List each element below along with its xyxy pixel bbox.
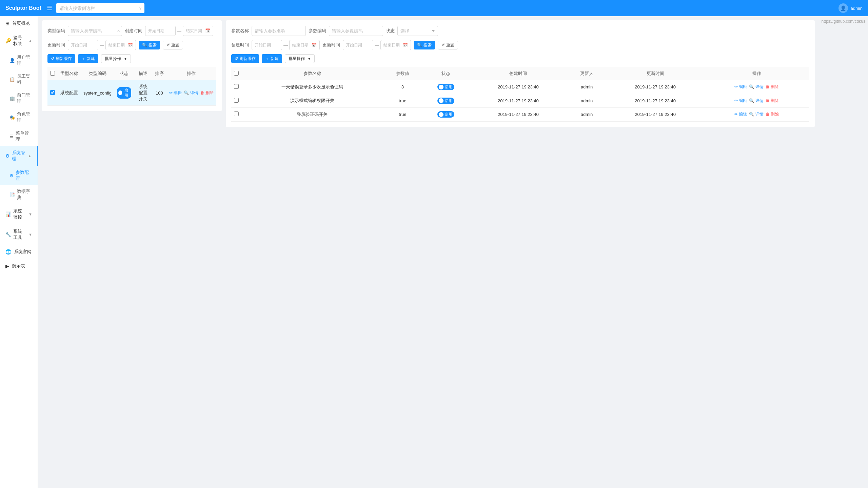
sidebar-item-label: 员工资料 xyxy=(17,73,32,85)
status-toggle-1[interactable]: 启用 xyxy=(437,98,454,104)
sidebar-item-data-dict[interactable]: 📑 数据字典 xyxy=(0,185,38,204)
create-start-placeholder: 开始日期 xyxy=(148,28,164,34)
right-row-update-time-0: 2019-11-27 19:23:40 xyxy=(606,80,704,94)
left-batch-button[interactable]: 批量操作 ▼ xyxy=(101,54,131,63)
sidebar-item-sys-mgmt[interactable]: ⚙ 系统管理 ▲ xyxy=(0,146,38,166)
right-search-button[interactable]: 🔍 搜索 xyxy=(414,41,435,49)
type-code-input[interactable] xyxy=(68,26,122,36)
update-end-date[interactable]: 结束日期 📅 xyxy=(105,40,136,50)
left-search-button[interactable]: 🔍 搜索 xyxy=(139,41,160,49)
sidebar-item-sys-monitor[interactable]: 📊 系统监控 ▼ xyxy=(0,204,38,224)
right-refresh-button[interactable]: ↺ 刷新缓存 xyxy=(231,54,259,63)
right-edit-link-1[interactable]: ✏ 编辑 xyxy=(734,98,747,104)
left-reset-button[interactable]: ↺ 重置 xyxy=(163,41,183,49)
right-update-time-range: 开始日期 — 结束日期 📅 xyxy=(343,40,411,50)
right-edit-link-2[interactable]: ✏ 编辑 xyxy=(734,111,747,117)
left-new-button[interactable]: ＋ 新建 xyxy=(78,54,98,63)
right-create-end-date[interactable]: 结束日期 📅 xyxy=(289,40,320,50)
param-name-input[interactable] xyxy=(252,26,306,36)
right-row-param-value-0: 3 xyxy=(383,80,422,94)
header: Sculptor Boot ☰ 👤 admin xyxy=(0,0,868,16)
right-row-updater-2: admin xyxy=(567,108,607,122)
right-row-checkbox-1[interactable] xyxy=(234,98,239,103)
right-delete-link-1[interactable]: 🗑 删除 xyxy=(766,98,779,104)
update-end-placeholder: 结束日期 xyxy=(108,42,125,48)
right-reset-button[interactable]: ↺ 重置 xyxy=(438,41,458,49)
sidebar-item-label: 前门管理 xyxy=(17,92,32,104)
col-param-status: 状态 xyxy=(422,67,469,80)
sidebar: ⊞ 首页概览 🔑 鉴号权限 ▲ 👤 用户管理 📋 员工资料 🏢 前门管理 🎭 角… xyxy=(0,16,38,488)
col-sort: 排序 xyxy=(152,67,166,80)
right-panel: 参数名称 参数编码 状态 选择 启用 禁用 创建时间 开始日期 — xyxy=(226,20,815,127)
right-row-actions-2: ✏ 编辑 🔍 详情 🗑 删除 xyxy=(704,108,809,122)
right-delete-link-2[interactable]: 🗑 删除 xyxy=(766,111,779,117)
right-detail-link-2[interactable]: 🔍 详情 xyxy=(749,111,763,117)
right-row-checkbox-2[interactable] xyxy=(234,111,239,116)
sidebar-item-role[interactable]: 🎭 角色管理 xyxy=(0,108,38,127)
left-row-type-name: 系统配置 xyxy=(58,80,81,106)
sidebar-item-user-mgmt[interactable]: 👤 用户管理 xyxy=(0,51,38,70)
right-row-updater-0: admin xyxy=(567,80,607,94)
right-new-button[interactable]: ＋ 新建 xyxy=(262,54,282,63)
right-delete-link-0[interactable]: 🗑 删除 xyxy=(766,84,779,90)
sidebar-item-menu[interactable]: ☰ 菜单管理 xyxy=(0,127,38,146)
right-detail-link-1[interactable]: 🔍 详情 xyxy=(749,98,763,104)
right-table-wrap: 参数名称 参数值 状态 创建时间 更新人 更新时间 操作 一天错误登录多少次显 xyxy=(231,67,809,122)
sidebar-item-home[interactable]: ⊞ 首页概览 xyxy=(0,16,38,30)
col-create-time: 创建时间 xyxy=(469,67,567,80)
right-create-time-range: 开始日期 — 结束日期 📅 xyxy=(252,40,320,50)
sidebar-item-param-config[interactable]: ⚙ 参数配置 xyxy=(0,166,38,185)
create-start-date[interactable]: 开始日期 xyxy=(145,26,176,36)
update-start-date[interactable]: 开始日期 xyxy=(68,40,98,50)
right-batch-button[interactable]: 批量操作 ▼ xyxy=(285,54,315,63)
sidebar-item-employee[interactable]: 📋 员工资料 xyxy=(0,70,38,89)
right-detail-link-0[interactable]: 🔍 详情 xyxy=(749,84,763,90)
create-end-placeholder: 结束日期 xyxy=(186,28,202,34)
right-row-create-time-0: 2019-11-27 19:23:40 xyxy=(469,80,567,94)
table-row: 系统配置 system_config 启用 系统配置开关 100 xyxy=(47,80,216,106)
sidebar-search-input[interactable] xyxy=(56,3,144,13)
status-toggle-0[interactable]: 启用 xyxy=(437,84,454,90)
sidebar-item-label: 首页概览 xyxy=(12,20,30,26)
toggle-circle-0 xyxy=(439,85,443,89)
sidebar-item-dept[interactable]: 🏢 前门管理 xyxy=(0,89,38,108)
employee-icon: 📋 xyxy=(9,77,15,82)
right-update-end-date[interactable]: 结束日期 📅 xyxy=(380,40,411,50)
monitor-icon: 📊 xyxy=(5,211,11,217)
right-edit-link-0[interactable]: ✏ 编辑 xyxy=(734,84,747,90)
right-select-all-checkbox[interactable] xyxy=(234,71,239,76)
status-toggle-2[interactable]: 启用 xyxy=(437,111,454,118)
left-edit-link[interactable]: ✏ 编辑 xyxy=(169,90,182,96)
sidebar-item-auth[interactable]: 🔑 鉴号权限 ▲ xyxy=(0,30,38,51)
right-create-time-label: 创建时间 xyxy=(231,42,249,48)
right-row-checkbox-0[interactable] xyxy=(234,84,239,89)
right-update-start-date[interactable]: 开始日期 xyxy=(343,40,373,50)
right-row-actions-0: ✏ 编辑 🔍 详情 🗑 删除 xyxy=(704,80,809,94)
menu-toggle-icon[interactable]: ☰ xyxy=(47,4,52,12)
right-toolbar: ↺ 刷新缓存 ＋ 新建 批量操作 ▼ xyxy=(231,54,809,63)
status-toggle[interactable]: 启用 xyxy=(117,87,131,99)
left-row-type-code: system_config xyxy=(81,80,114,106)
right-row-update-time-2: 2019-11-27 19:23:40 xyxy=(606,108,704,122)
param-code-label: 参数编码 xyxy=(309,28,326,34)
left-detail-link[interactable]: 🔍 详情 xyxy=(184,90,198,96)
sidebar-item-label: 参数配置 xyxy=(16,169,32,182)
sidebar-item-label: 鉴号权限 xyxy=(13,35,26,47)
footer-url[interactable]: https://github.com/cdk8s xyxy=(822,19,865,24)
right-row-create-time-1: 2019-11-27 19:23:40 xyxy=(469,94,567,108)
sidebar-item-sys-site[interactable]: 🌐 系统官网 xyxy=(0,245,38,259)
sidebar-item-label: 系统监控 xyxy=(13,208,26,220)
param-code-input[interactable] xyxy=(329,26,383,36)
table-row: 登录验证码开关 true 启用 2019-11-27 19:23:40 admi… xyxy=(231,108,809,122)
key-icon: 🔑 xyxy=(5,38,11,43)
left-row-checkbox[interactable] xyxy=(50,90,55,95)
right-create-start-date[interactable]: 开始日期 xyxy=(252,40,282,50)
status-select[interactable]: 选择 启用 禁用 xyxy=(397,26,438,36)
left-select-all-checkbox[interactable] xyxy=(50,71,55,76)
create-end-date[interactable]: 结束日期 📅 xyxy=(183,26,213,36)
sidebar-item-sys-tools[interactable]: 🔧 系统工具 ▼ xyxy=(0,224,38,245)
left-delete-link[interactable]: 🗑 删除 xyxy=(200,90,214,96)
sidebar-item-demo[interactable]: ▶ 演示表 xyxy=(0,259,38,273)
left-refresh-button[interactable]: ↺ 刷新缓存 xyxy=(47,54,75,63)
sidebar-item-label: 系统工具 xyxy=(13,228,26,241)
